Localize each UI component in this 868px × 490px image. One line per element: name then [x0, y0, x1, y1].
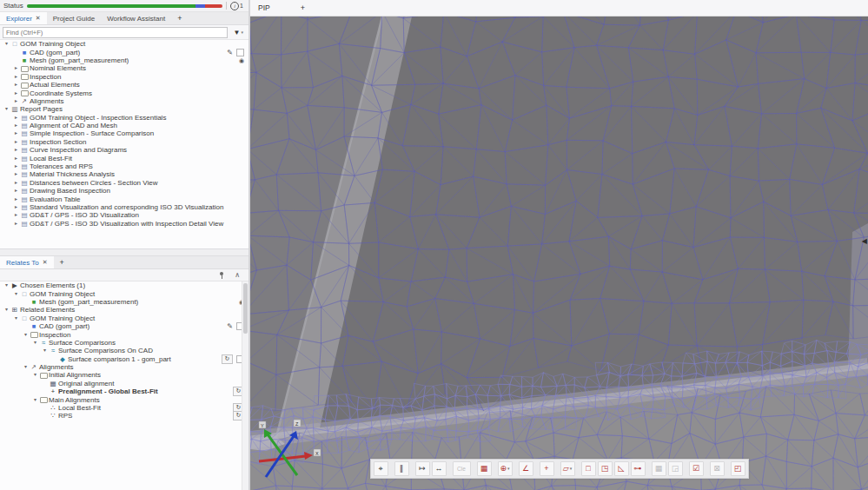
expander-icon[interactable]: ▸ [12, 122, 20, 129]
rectangle-selection-button[interactable]: □ [581, 461, 596, 476]
expander-icon[interactable]: ▸ [12, 220, 20, 228]
expander-icon[interactable]: ▾ [31, 396, 39, 404]
visibility-checkbox[interactable] [236, 49, 244, 56]
tree-item-surface-comparisons-on-cad[interactable]: ▾≈Surface Comparisons On CAD [0, 347, 248, 354]
tree-item-surface-comparison-1-gom-part[interactable]: ◆Surface comparison 1 - gom_part↻ [0, 355, 248, 363]
tree-item-initial-alignments[interactable]: ▾Initial Alignments [0, 371, 248, 379]
expander-icon[interactable]: ▾ [3, 306, 10, 314]
expander-icon[interactable]: ▸ [12, 146, 20, 154]
tree-item-coordinate-systems[interactable]: ▸Coordinate Systems [0, 89, 248, 96]
angle-measure-button[interactable]: ◺ [614, 461, 629, 476]
tree-item-material-thickness-analysis[interactable]: ▸▤Material Thickness Analysis [0, 170, 248, 178]
tree-item-mesh-gom-part-measurement-[interactable]: ■Mesh (gom_part_measurement)◉ [0, 56, 248, 64]
notification-button[interactable]: i 1 [230, 2, 245, 10]
new-viewport-tab-button[interactable]: + [295, 3, 311, 12]
expander-icon[interactable]: ▾ [3, 281, 10, 289]
zoom-to-point-button[interactable]: ↦ [415, 461, 430, 476]
expander-icon[interactable]: ▾ [22, 331, 30, 339]
expander-icon[interactable]: ▸ [12, 203, 20, 211]
tree-item-gom-training-object-inspection-essential[interactable]: ▸▤GOM Training Object - Inspection Essen… [0, 114, 248, 122]
corner-selection-button[interactable]: ◳ [598, 461, 613, 476]
tree-item-gom-training-object[interactable]: ▾□GOM Training Object [0, 315, 248, 322]
grid-view-button[interactable]: ▦ [477, 461, 492, 476]
expander-icon[interactable]: ▸ [12, 211, 20, 219]
link-elements-button[interactable]: ⊶ [631, 461, 646, 476]
mesh-3d-view[interactable]: YZX [250, 17, 868, 490]
expander-icon[interactable]: ▸ [12, 138, 20, 146]
tile-arrangement-button[interactable]: ◰ [731, 461, 745, 476]
expander-icon[interactable]: ▾ [12, 315, 20, 322]
expander-icon[interactable]: ▾ [3, 105, 10, 113]
tree-item-alignments[interactable]: ▸↗Alignments [0, 97, 248, 105]
measure-distance-button[interactable]: ↔ [432, 461, 447, 476]
expander-icon[interactable]: ▾ [31, 339, 39, 347]
explorer-tab-project-guide[interactable]: Project Guide [47, 12, 101, 24]
tree-item-distances-between-circles-section-view[interactable]: ▸▤Distances between Circles - Section Vi… [0, 179, 248, 187]
tree-item-prealignment-global-best-fit[interactable]: +Prealignment - Global Best-Fit↻ [0, 387, 248, 395]
tree-item-related-elements[interactable]: ▾⊞Related Elements [0, 306, 248, 314]
tree-item-curve-inspection-and-diagrams[interactable]: ▸▤Curve Inspection and Diagrams [0, 146, 248, 154]
expander-icon[interactable]: ▾ [22, 363, 30, 371]
tree-item-simple-inspection-surface-comparison[interactable]: ▸▤Simple Inspection - Surface Comparison [0, 129, 248, 137]
tree-item-actual-elements[interactable]: ▸Actual Elements [0, 81, 248, 89]
tree-item-gom-training-object[interactable]: ▾□GOM Training Object [0, 40, 248, 48]
cmm-mode-button[interactable]: ⊕▾ [498, 461, 513, 476]
tree-item-original-alignment[interactable]: ▦Original alignment [0, 380, 248, 387]
tree-item-local-best-fit[interactable]: ∴Local Best-Fit↻ [0, 404, 248, 412]
explorer-tab-workflow-assistant[interactable]: Workflow Assistant [101, 12, 171, 24]
tree-item-nominal-elements[interactable]: ▸Nominal Elements [0, 64, 248, 72]
explorer-new-tab-button[interactable]: + [171, 12, 188, 24]
tree-item-main-alignments[interactable]: ▾Main Alignments [0, 395, 248, 403]
tree-item-cad-gom-part-[interactable]: ■CAD (gom_part)✎ [0, 48, 248, 56]
expander-icon[interactable]: ▸ [12, 179, 20, 187]
expander-icon[interactable]: ▸ [12, 97, 20, 105]
panel-splitter[interactable] [0, 248, 248, 256]
point-normal-button[interactable]: ∠ [519, 461, 533, 476]
tree-item-inspection[interactable]: ▾Inspection [0, 330, 248, 338]
expander-icon[interactable]: ▸ [12, 129, 20, 137]
expander-icon[interactable]: ▾ [31, 371, 39, 379]
tree-item-gd-t-gps-iso-3d-visualization[interactable]: ▸▤GD&T / GPS - ISO 3D Visualization [0, 211, 248, 219]
relates-new-tab-button[interactable]: + [54, 256, 70, 268]
tree-item-report-pages[interactable]: ▾▥Report Pages [0, 105, 248, 113]
expander-icon[interactable]: ▸ [12, 170, 20, 178]
expander-icon[interactable]: ▸ [12, 187, 20, 195]
expander-icon[interactable]: ▸ [12, 162, 20, 170]
find-input[interactable] [3, 27, 228, 38]
tree-item-gom-training-object[interactable]: ▾□GOM Training Object [0, 289, 248, 297]
tree-item-local-best-fit[interactable]: ▸▤Local Best-Fit [0, 154, 248, 162]
relates-tab-relates-to[interactable]: Relates To✕ [0, 256, 54, 268]
tree-item-cad-gom-part-[interactable]: ■CAD (gom_part)✎ [0, 322, 248, 330]
cross-marker-button[interactable]: + [540, 461, 554, 476]
tree-item-surface-comparisons[interactable]: ▾≈Surface Comparisons [0, 339, 248, 347]
tree-item-alignment-of-cad-and-mesh[interactable]: ▸▤Alignment of CAD and Mesh [0, 122, 248, 129]
expander-icon[interactable]: ▸ [12, 89, 20, 97]
collapse-all-button[interactable]: ∧ [235, 271, 240, 279]
close-icon[interactable]: ✕ [36, 15, 41, 22]
tree-item-standard-visualization-and-corresponding[interactable]: ▸▤Standard Visualization and correspondi… [0, 203, 248, 211]
expander-icon[interactable]: ▸ [12, 81, 20, 89]
tree-item-inspection[interactable]: ▸Inspection [0, 73, 248, 81]
scrollbar-thumb[interactable] [243, 283, 248, 334]
expander-icon[interactable]: ▾ [41, 347, 49, 354]
tab-pip[interactable]: PIP [258, 3, 270, 12]
filter-button[interactable]: ▼ ▾ [231, 29, 246, 36]
expander-icon[interactable]: ▸ [12, 64, 20, 72]
tree-item-rps[interactable]: ∵RPS↻ [0, 412, 248, 420]
recalculate-icon[interactable]: ↻ [222, 354, 233, 364]
pin-button[interactable] [217, 272, 226, 279]
expander-icon[interactable]: ▸ [12, 195, 20, 203]
edit-pen-icon[interactable]: ✎ [227, 49, 233, 56]
tree-item-tolerances-and-rps[interactable]: ▸▤Tolerances and RPS [0, 162, 248, 170]
close-icon[interactable]: ✕ [43, 259, 48, 266]
label-display-button[interactable]: ▱▾ [560, 461, 575, 476]
expander-icon[interactable]: ▾ [12, 290, 20, 298]
tree-item-evaluation-table[interactable]: ▸▤Evaluation Table [0, 195, 248, 202]
tree-item-mesh-gom-part-measurement-[interactable]: ■Mesh (gom_part_measurement)◉ [0, 298, 248, 306]
selection-cursor-button[interactable]: ⌖ [374, 461, 388, 476]
tree-item-drawing-based-inspection[interactable]: ▸▤Drawing Based Inspection [0, 187, 248, 195]
expander-icon[interactable]: ▾ [3, 40, 10, 48]
expander-icon[interactable]: ▸ [12, 155, 20, 162]
tree-item-chosen-elements-1-[interactable]: ▾▶Chosen Elements (1) [0, 281, 248, 289]
edge-scroll-arrow-icon[interactable]: ◀ [862, 238, 867, 245]
